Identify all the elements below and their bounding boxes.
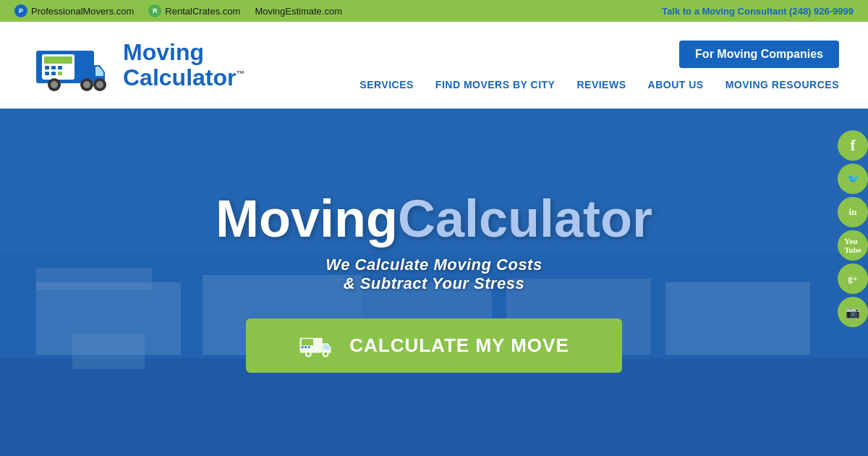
googleplus-button[interactable]: g+ <box>838 263 868 294</box>
svg-point-35 <box>324 352 327 355</box>
logo-area[interactable]: Moving Calculator™ <box>14 33 244 98</box>
svg-rect-29 <box>302 346 304 347</box>
top-bar-links: P ProfessionalMovers.com R RentalCrates.… <box>14 4 342 17</box>
svg-rect-30 <box>305 346 307 347</box>
professional-movers-link[interactable]: P ProfessionalMovers.com <box>14 4 134 17</box>
hero-subtitle: We Calculate Moving Costs & Subtract You… <box>326 256 542 293</box>
svg-rect-7 <box>51 72 56 75</box>
hero-title: MovingCalculator <box>216 193 652 245</box>
svg-rect-6 <box>45 72 49 75</box>
svg-rect-8 <box>58 72 62 75</box>
youtube-button[interactable]: YouTube <box>838 230 868 261</box>
svg-rect-4 <box>51 66 56 69</box>
facebook-button[interactable]: f <box>838 130 868 161</box>
hero-section: f 🐦 in YouTube g+ 📷 MovingCalculator We … <box>0 109 868 456</box>
calculate-my-move-button[interactable]: CALCULATE MY MOVE <box>246 318 622 373</box>
rental-crates-icon: R <box>148 4 161 17</box>
svg-point-33 <box>307 352 310 355</box>
twitter-button[interactable]: 🐦 <box>838 164 868 194</box>
logo-truck-icon <box>14 33 116 98</box>
svg-rect-3 <box>45 66 49 69</box>
header-right: For Moving Companies SERVICES FIND MOVER… <box>359 41 839 90</box>
professional-movers-icon: P <box>14 4 27 17</box>
phone-number[interactable]: (248) 926-9999 <box>789 6 854 17</box>
rental-crates-link[interactable]: R RentalCrates.com <box>148 4 240 17</box>
svg-rect-31 <box>308 346 310 347</box>
phone-section: Talk to a Moving Consultant (248) 926-99… <box>662 6 854 17</box>
header: Moving Calculator™ For Moving Companies … <box>0 22 868 109</box>
svg-rect-5 <box>58 66 62 69</box>
moving-estimate-link[interactable]: MovingEstimate.com <box>255 6 342 17</box>
nav-about-us[interactable]: ABOUT US <box>648 79 704 90</box>
nav-services[interactable]: SERVICES <box>359 79 414 90</box>
svg-point-12 <box>83 81 90 88</box>
main-nav: SERVICES FIND MOVERS BY CITY REVIEWS ABO… <box>359 79 839 90</box>
svg-rect-28 <box>302 339 313 345</box>
cta-truck-icon <box>299 333 336 358</box>
for-moving-companies-button[interactable]: For Moving Companies <box>679 41 839 68</box>
social-sidebar: f 🐦 in YouTube g+ 📷 <box>838 130 868 327</box>
svg-point-14 <box>96 81 103 88</box>
nav-moving-resources[interactable]: MOVING RESOURCES <box>726 79 839 90</box>
top-bar: P ProfessionalMovers.com R RentalCrates.… <box>0 0 868 22</box>
nav-find-movers[interactable]: FIND MOVERS BY CITY <box>435 79 556 90</box>
instagram-button[interactable]: 📷 <box>838 297 868 327</box>
svg-point-10 <box>51 81 58 88</box>
svg-rect-2 <box>44 56 72 64</box>
logo-text: Moving Calculator™ <box>123 40 244 90</box>
linkedin-button[interactable]: in <box>838 197 868 227</box>
nav-reviews[interactable]: REVIEWS <box>576 79 626 90</box>
hero-content: MovingCalculator We Calculate Moving Cos… <box>0 109 868 456</box>
